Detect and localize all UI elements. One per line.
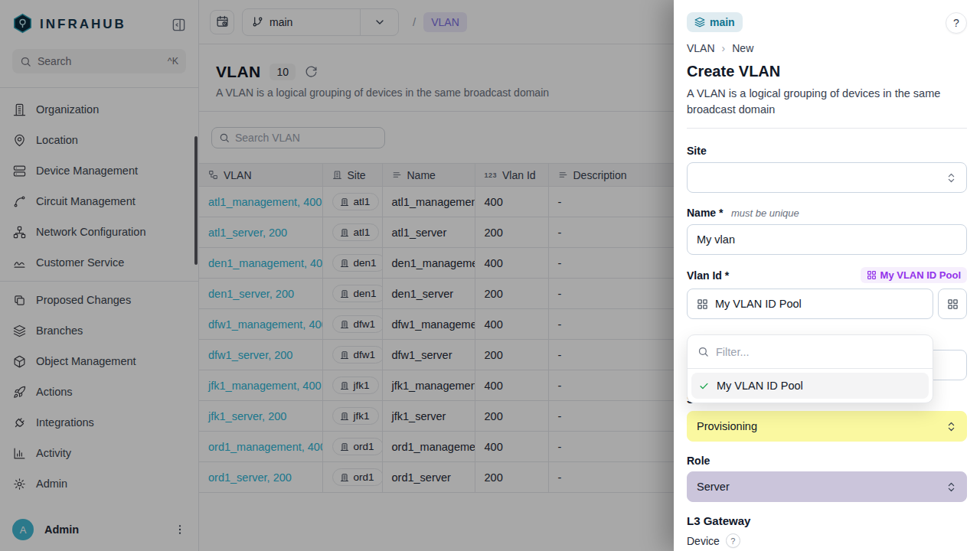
vlan-id-input[interactable]: My VLAN ID Pool [687, 289, 933, 319]
grid-icon [947, 298, 959, 310]
role-value: Server [697, 481, 730, 493]
drawer-breadcrumb: VLAN › New [687, 42, 967, 54]
status-value: Provisioning [697, 420, 757, 432]
breadcrumb-root[interactable]: VLAN [687, 42, 715, 54]
pool-dropdown: My VLAN ID Pool [687, 334, 933, 403]
create-vlan-form: Site Name * must be unique Vlan Id * My … [674, 145, 980, 551]
site-select[interactable] [687, 162, 967, 193]
site-label: Site [687, 145, 967, 157]
dropdown-filter[interactable] [688, 335, 933, 369]
dropdown-option-selected[interactable]: My VLAN ID Pool [691, 373, 929, 399]
drawer-header: main ? VLAN › New Create VLAN A VLAN is … [674, 0, 980, 129]
vlan-id-label: Vlan Id * [687, 269, 729, 282]
pool-badge[interactable]: My VLAN ID Pool [861, 267, 967, 283]
device-label: Device [687, 535, 720, 547]
role-label: Role [687, 455, 967, 467]
search-icon [697, 346, 709, 357]
status-select[interactable]: Provisioning [687, 411, 967, 442]
name-input[interactable] [697, 233, 957, 246]
name-hint: must be unique [731, 207, 799, 219]
chevron-right-icon: › [722, 42, 726, 54]
chevrons-up-down-icon [946, 421, 957, 432]
drawer-title: Create VLAN [687, 63, 967, 80]
grid-icon [867, 270, 877, 280]
vlan-id-value: My VLAN ID Pool [715, 298, 802, 310]
dropdown-option-label: My VLAN ID Pool [717, 380, 803, 392]
dropdown-filter-input[interactable] [716, 346, 923, 358]
role-select[interactable]: Server [687, 471, 967, 502]
branch-badge: main [687, 12, 743, 32]
drawer-divider [687, 128, 967, 129]
chevrons-up-down-icon [946, 172, 957, 184]
breadcrumb-current: New [732, 42, 753, 54]
grid-icon [697, 298, 708, 310]
help-button[interactable]: ? [946, 12, 967, 34]
name-label: Name * [687, 207, 723, 219]
layers-icon [694, 17, 705, 28]
device-help-badge[interactable]: ? [726, 533, 740, 548]
pool-picker-button[interactable] [938, 289, 967, 319]
check-icon [698, 380, 710, 392]
l3-gateway-heading: L3 Gateway [687, 514, 967, 527]
app-root: INFRAHUB Search ^K Organization Location… [0, 0, 980, 551]
chevrons-up-down-icon [946, 481, 957, 493]
create-vlan-drawer: main ? VLAN › New Create VLAN A VLAN is … [674, 0, 980, 551]
drawer-description: A VLAN is a logical grouping of devices … [687, 86, 959, 117]
